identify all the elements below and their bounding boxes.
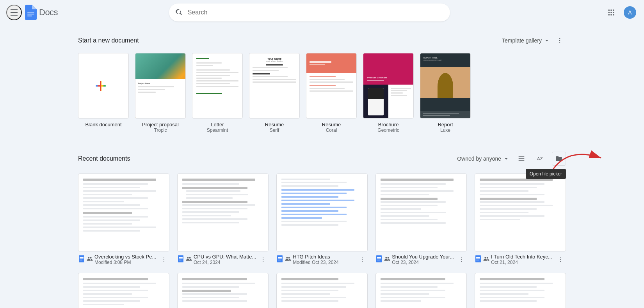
report-thumb: REPORT TITLE LOREM IPSUM DOLOR SIT AMET bbox=[420, 53, 471, 119]
template-resume-serif-name: Resume bbox=[265, 122, 284, 127]
template-resume-serif[interactable]: Your Name email • phone • location Resum… bbox=[249, 53, 300, 133]
doc-card-4[interactable]: Should You Upgrade Your... Oct 23, 2024 bbox=[375, 173, 467, 265]
letter-thumb bbox=[192, 53, 243, 119]
svg-rect-42 bbox=[377, 257, 381, 258]
sort-icon: AZ bbox=[536, 155, 544, 163]
doc-more-button-2[interactable] bbox=[258, 254, 269, 265]
apps-button[interactable] bbox=[603, 5, 619, 20]
template-report[interactable]: REPORT TITLE LOREM IPSUM DOLOR SIT AMET bbox=[420, 53, 471, 133]
svg-rect-10 bbox=[610, 14, 612, 15]
doc-card-1[interactable]: Overclocking vs Stock Pe... Modified 3:0… bbox=[78, 173, 169, 265]
filter-chevron-icon bbox=[503, 155, 510, 162]
templates-section: Start a new document Template gallery bbox=[78, 25, 566, 142]
doc-meta-4: Oct 23, 2024 bbox=[392, 260, 454, 265]
doc-card-8[interactable] bbox=[276, 273, 368, 308]
template-report-subtitle: Luxe bbox=[440, 127, 450, 133]
docs-file-icon-3 bbox=[276, 255, 283, 264]
template-blank[interactable]: Blank document bbox=[78, 53, 129, 133]
template-letter[interactable]: Letter Spearmint bbox=[192, 53, 243, 133]
doc-card-10[interactable] bbox=[475, 273, 566, 308]
menu-button[interactable] bbox=[6, 5, 22, 20]
doc-card-7[interactable] bbox=[177, 273, 269, 308]
doc-more-button-1[interactable] bbox=[158, 254, 169, 265]
doc-card-9[interactable] bbox=[375, 273, 467, 308]
template-project-subtitle: Tropic bbox=[154, 127, 167, 133]
recent-header: Recent documents Owned by anyone bbox=[78, 152, 566, 166]
doc-card-5[interactable]: I Turn Old Tech Into Keyc... Oct 21, 202… bbox=[475, 173, 566, 265]
template-letter-subtitle: Spearmint bbox=[207, 127, 228, 133]
brand-link[interactable]: Docs bbox=[25, 5, 58, 20]
template-resume-coral-subtitle: Coral bbox=[326, 127, 337, 133]
svg-point-25 bbox=[164, 259, 164, 260]
doc-more-button-5[interactable] bbox=[555, 254, 566, 265]
doc-card-2[interactable]: CPU vs GPU: What Matte... Oct 24, 2024 bbox=[177, 173, 269, 265]
template-resume-serif-subtitle: Serif bbox=[270, 127, 279, 133]
doc-footer-3: HTG Pitch Ideas Modified Oct 23, 2024 bbox=[276, 254, 368, 265]
docs-file-icon-5 bbox=[475, 255, 482, 264]
svg-point-24 bbox=[164, 257, 164, 258]
doc-more-button-4[interactable] bbox=[456, 254, 467, 265]
templates-more-button[interactable] bbox=[553, 34, 566, 47]
search-icon bbox=[175, 8, 183, 17]
search-input[interactable] bbox=[188, 9, 444, 16]
list-view-button[interactable] bbox=[514, 152, 528, 166]
brand-name: Docs bbox=[39, 7, 58, 18]
brochure-thumb: Product Brochure bbox=[363, 53, 414, 119]
search-bar[interactable] bbox=[169, 4, 450, 21]
user-avatar: A bbox=[624, 6, 636, 19]
svg-rect-16 bbox=[519, 158, 525, 159]
doc-thumb-2 bbox=[177, 173, 269, 251]
doc-thumb-9 bbox=[375, 273, 467, 308]
doc-thumb-5 bbox=[475, 173, 566, 251]
svg-rect-51 bbox=[476, 260, 479, 260]
svg-rect-49 bbox=[476, 257, 480, 258]
open-file-container: Open file picker bbox=[552, 152, 566, 166]
docs-grid-row1: Overclocking vs Stock Pe... Modified 3:0… bbox=[78, 173, 566, 265]
templates-title: Start a new document bbox=[78, 37, 139, 44]
svg-rect-35 bbox=[278, 257, 282, 258]
doc-footer-4: Should You Upgrade Your... Oct 23, 2024 bbox=[375, 254, 467, 265]
sort-button[interactable]: AZ bbox=[533, 152, 547, 166]
svg-point-32 bbox=[263, 259, 263, 260]
doc-thumb-3 bbox=[276, 173, 368, 251]
svg-rect-50 bbox=[476, 258, 480, 259]
doc-name-2: CPU vs GPU: What Matte... bbox=[194, 254, 256, 260]
template-brochure[interactable]: Product Brochure bbox=[363, 53, 414, 133]
doc-more-button-3[interactable] bbox=[357, 254, 368, 265]
svg-rect-2 bbox=[27, 16, 32, 16]
resume-coral-thumb bbox=[306, 53, 357, 119]
open-file-picker-button[interactable] bbox=[552, 152, 566, 166]
account-button[interactable]: A bbox=[622, 5, 638, 20]
svg-point-47 bbox=[461, 261, 462, 262]
folder-icon bbox=[555, 155, 562, 162]
owned-by-filter[interactable]: Owned by anyone bbox=[457, 155, 510, 162]
template-gallery-button[interactable]: Template gallery bbox=[502, 37, 550, 44]
doc-card-6[interactable] bbox=[78, 273, 169, 308]
svg-rect-36 bbox=[278, 258, 282, 259]
shared-icon-4 bbox=[384, 256, 390, 263]
svg-point-12 bbox=[559, 38, 560, 39]
svg-rect-5 bbox=[613, 10, 614, 11]
template-resume-coral-name: Resume bbox=[322, 122, 341, 127]
recent-controls: Owned by anyone AZ bbox=[457, 152, 566, 166]
svg-point-13 bbox=[559, 40, 560, 41]
svg-point-31 bbox=[263, 257, 263, 258]
templates-actions: Template gallery bbox=[502, 34, 566, 47]
template-project-proposal[interactable]: Project Name Project proposal Tropic bbox=[135, 53, 186, 133]
blank-thumb bbox=[78, 53, 129, 119]
template-resume-coral[interactable]: Resume Coral bbox=[306, 53, 357, 133]
svg-rect-23 bbox=[80, 260, 82, 260]
svg-rect-22 bbox=[80, 258, 84, 259]
doc-card-3[interactable]: HTG Pitch Ideas Modified Oct 23, 2024 bbox=[276, 173, 368, 265]
svg-point-26 bbox=[164, 261, 164, 262]
doc-meta-3: Modified Oct 23, 2024 bbox=[293, 260, 355, 265]
plus-icon bbox=[95, 77, 112, 94]
svg-rect-0 bbox=[27, 12, 34, 12]
svg-rect-37 bbox=[278, 260, 281, 260]
chevron-icon bbox=[543, 37, 550, 44]
svg-rect-17 bbox=[519, 160, 525, 161]
doc-footer-1: Overclocking vs Stock Pe... Modified 3:0… bbox=[78, 254, 169, 265]
docs-logo-icon bbox=[25, 5, 37, 20]
brand-area: Docs bbox=[6, 5, 92, 20]
svg-point-14 bbox=[559, 42, 560, 44]
